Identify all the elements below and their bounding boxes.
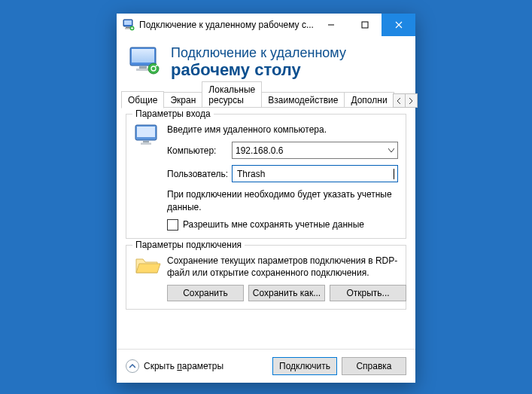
svg-rect-8 [139,66,147,69]
svg-rect-5 [362,22,368,28]
chevron-down-icon[interactable] [385,148,397,153]
header-banner: Подключение к удаленному рабочему столу [117,36,415,90]
app-icon [123,19,135,31]
open-button[interactable]: Открыть... [330,285,406,301]
tab-scroll-left[interactable] [393,93,406,108]
conn-buttons: Сохранить Сохранить как... Открыть... [167,285,406,301]
group-conn-title: Параметры подключения [132,240,245,250]
tab-body: Параметры входа Введите имя удаленного к… [117,108,415,349]
tab-scroll [394,93,418,108]
hide-params-label: Скрыть параметры [144,361,223,371]
hide-params-link[interactable]: Скрыть параметры [126,359,223,373]
row-save-creds[interactable]: Разрешить мне сохранять учетные данные [167,219,398,231]
label-computer: Компьютер: [167,145,227,156]
save-creds-checkbox[interactable] [167,219,178,231]
row-computer: Компьютер: [167,142,398,159]
save-button[interactable]: Сохранить [167,285,244,301]
svg-rect-9 [136,69,150,71]
tab-general[interactable]: Общие [121,91,164,108]
banner-line-2: рабочему столу [171,61,346,79]
row-user: Пользователь: [167,165,398,182]
svg-rect-14 [141,143,151,145]
banner-heading: Подключение к удаленному рабочему столу [171,45,346,79]
group-login-title: Параметры входа [132,108,214,119]
connect-button[interactable]: Подключить [272,357,337,375]
svg-rect-12 [137,127,155,137]
conn-text: Сохранение текущих параметров подключени… [167,255,406,279]
tab-advanced[interactable]: Дополни [344,92,394,108]
save-as-button[interactable]: Сохранить как... [248,285,325,301]
login-intro: Введите имя удаленного компьютера. [167,124,398,136]
computer-icon [134,124,163,151]
text-caret [394,169,394,179]
tab-local-res[interactable]: Локальные ресурсы [202,81,262,108]
titlebar: Подключение к удаленному рабочему с... [117,14,415,36]
maximize-button[interactable] [348,14,382,36]
window-title: Подключение к удаленному рабочему с... [139,20,314,30]
credentials-note: При подключении необходимо будет указать… [167,188,398,212]
svg-rect-2 [126,27,130,28]
chevron-up-icon [126,359,139,373]
user-input[interactable] [236,168,394,180]
svg-rect-7 [132,49,154,63]
close-button[interactable] [382,14,415,36]
computer-combobox[interactable] [232,142,398,159]
tab-scroll-right[interactable] [405,93,418,108]
monitor-icon [129,46,162,78]
svg-rect-1 [124,20,132,25]
svg-rect-13 [143,141,149,143]
help-button[interactable]: Справка [342,357,406,375]
minimize-button[interactable] [314,14,348,36]
folder-icon [134,255,163,279]
tab-display[interactable]: Экран [163,92,202,108]
rdp-dialog: Подключение к удаленному рабочему с... [117,14,415,383]
computer-input[interactable] [233,142,385,158]
save-creds-label: Разрешить мне сохранять учетные данные [183,219,364,230]
group-login-params: Параметры входа Введите имя удаленного к… [126,114,406,239]
tab-experience[interactable]: Взаимодействие [261,92,345,108]
title-controls [314,14,415,36]
dialog-footer: Скрыть параметры Подключить Справка [117,349,415,383]
label-user: Пользователь: [167,169,227,179]
user-textbox[interactable] [232,165,398,182]
group-connection-params: Параметры подключения Сохранение текущих… [126,245,406,310]
tab-strip: Общие Экран Локальные ресурсы Взаимодейс… [117,90,415,108]
banner-line-1: Подключение к удаленному [171,45,346,61]
